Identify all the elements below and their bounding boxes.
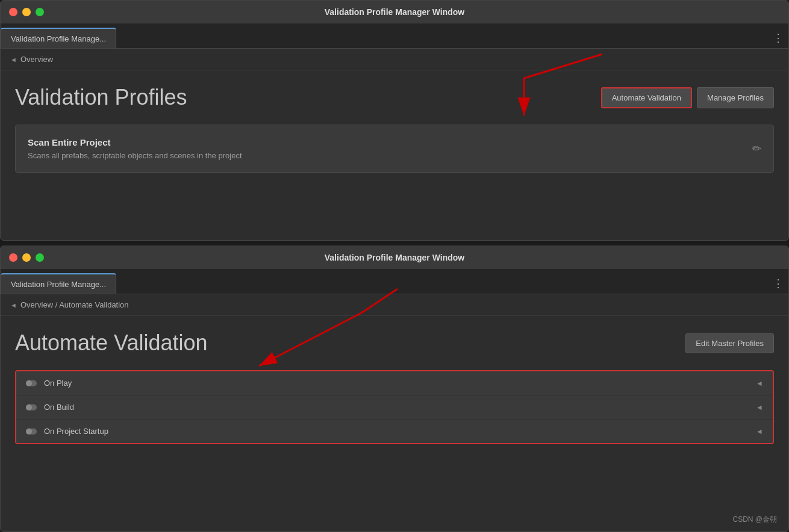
bottom-breadcrumb-text: Overview / Automate Validation: [20, 300, 129, 309]
bottom-tab[interactable]: Validation Profile Manage...: [1, 273, 116, 294]
list-item-on-build[interactable]: On Build ◄: [16, 395, 773, 419]
bottom-page-title: Automate Validation: [15, 330, 208, 356]
top-minimize-button[interactable]: [22, 8, 31, 16]
card-edit-icon[interactable]: ✏: [752, 142, 761, 155]
bottom-page-header: Automate Validation Edit Master Profiles: [15, 330, 774, 356]
bottom-window-controls: [9, 253, 44, 262]
top-page-title: Validation Profiles: [15, 85, 187, 110]
on-play-toggle[interactable]: [26, 380, 37, 386]
bottom-maximize-button[interactable]: [36, 253, 44, 262]
edit-master-profiles-button[interactable]: Edit Master Profiles: [685, 333, 774, 353]
top-close-button[interactable]: [9, 8, 17, 16]
bottom-close-button[interactable]: [9, 253, 17, 262]
top-title-bar: Validation Profile Manager Window: [1, 1, 788, 23]
top-maximize-button[interactable]: [36, 8, 44, 16]
bottom-content: Automate Validation Edit Master Profiles…: [1, 316, 788, 459]
card-text: Scan Entire Project Scans all prefabs, s…: [28, 137, 242, 160]
bottom-breadcrumb-arrow: ◄: [10, 302, 17, 309]
top-window: Validation Profile Manager Window Valida…: [0, 0, 789, 241]
card-title: Scan Entire Project: [28, 137, 242, 147]
top-breadcrumb-arrow: ◄: [10, 56, 17, 63]
on-project-startup-chevron: ◄: [756, 427, 763, 436]
automate-list: On Play ◄ On Build ◄ On Project Startup …: [15, 370, 774, 444]
on-play-label: On Play: [44, 379, 72, 388]
bottom-minimize-button[interactable]: [22, 253, 31, 262]
top-tab[interactable]: Validation Profile Manage...: [1, 28, 116, 48]
list-item-on-play[interactable]: On Play ◄: [16, 371, 773, 395]
top-header-buttons: Automate Validation Manage Profiles: [601, 87, 774, 108]
on-build-chevron: ◄: [756, 403, 763, 412]
watermark: CSDN @金朝: [732, 515, 777, 525]
top-tab-bar: Validation Profile Manage... ⋮: [1, 23, 788, 49]
bottom-title-bar: Validation Profile Manager Window: [1, 246, 788, 269]
scan-entire-project-card: Scan Entire Project Scans all prefabs, s…: [15, 125, 774, 173]
list-item-on-project-startup-left: On Project Startup: [26, 427, 108, 436]
top-breadcrumb-text: Overview: [20, 55, 53, 64]
bottom-window: Validation Profile Manager Window Valida…: [0, 246, 789, 532]
bottom-tab-menu-button[interactable]: ⋮: [773, 278, 784, 289]
bottom-tab-bar: Validation Profile Manage... ⋮: [1, 269, 788, 294]
manage-profiles-button[interactable]: Manage Profiles: [697, 87, 774, 108]
on-build-label: On Build: [44, 403, 74, 412]
list-item-on-build-left: On Build: [26, 403, 74, 412]
on-build-toggle[interactable]: [26, 404, 37, 410]
automate-validation-button[interactable]: Automate Validation: [601, 87, 692, 108]
on-project-startup-label: On Project Startup: [44, 427, 108, 436]
list-item-on-play-left: On Play: [26, 379, 72, 388]
on-project-startup-toggle[interactable]: [26, 428, 37, 435]
bottom-header-buttons: Edit Master Profiles: [685, 333, 774, 353]
list-item-on-project-startup[interactable]: On Project Startup ◄: [16, 419, 773, 443]
bottom-breadcrumb: ◄ Overview / Automate Validation: [1, 294, 788, 316]
bottom-window-title: Validation Profile Manager Window: [325, 253, 464, 262]
top-tab-menu-button[interactable]: ⋮: [773, 32, 784, 43]
top-content: Validation Profiles Automate Validation …: [1, 70, 788, 187]
on-play-chevron: ◄: [756, 379, 763, 388]
top-window-title: Validation Profile Manager Window: [325, 7, 464, 17]
top-window-controls: [9, 8, 44, 16]
top-breadcrumb: ◄ Overview: [1, 49, 788, 70]
top-page-header: Validation Profiles Automate Validation …: [15, 85, 774, 110]
card-description: Scans all prefabs, scriptable objects an…: [28, 151, 242, 160]
